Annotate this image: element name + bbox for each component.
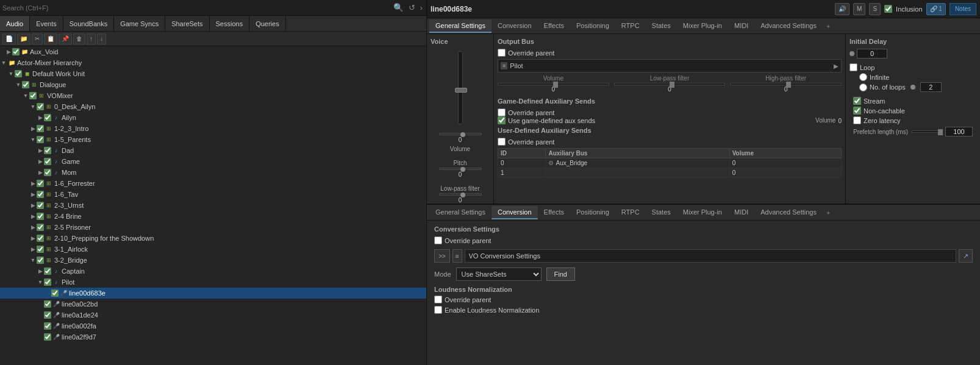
tree-item-vomixer[interactable]: ▼ ⊞ VOMixer bbox=[0, 90, 426, 101]
tree-item-dad[interactable]: ▶ ♪ Dad bbox=[0, 145, 426, 156]
vo-arrow-button[interactable]: >> bbox=[434, 249, 450, 263]
no-of-loops-input[interactable] bbox=[920, 82, 942, 92]
aux-row-0[interactable]: 0 ⚙Aux_Bridge 0 bbox=[498, 158, 842, 168]
tab-rtpc-top[interactable]: RTPC bbox=[615, 19, 646, 33]
loudness-override-checkbox[interactable] bbox=[434, 296, 442, 303]
expand-button[interactable]: › bbox=[419, 3, 424, 12]
tree-item-2-4-brine[interactable]: ▶ ⊞ 2-4 Brine bbox=[0, 211, 426, 222]
toolbar-btn-7[interactable]: ↑ bbox=[87, 34, 96, 44]
tab-advanced-settings-bottom[interactable]: Advanced Settings bbox=[754, 206, 823, 219]
tree-item-line0a002fa[interactable]: 🎤 line0a002fa bbox=[0, 321, 426, 331]
tree-item-0-desk-ailyn[interactable]: ▼ ⊞ 0_Desk_Ailyn bbox=[0, 101, 426, 112]
search-button[interactable]: 🔍 bbox=[392, 3, 405, 12]
aux-row-1[interactable]: 1 0 bbox=[498, 168, 842, 178]
tree-checkbox[interactable] bbox=[44, 114, 51, 121]
output-bus-override-checkbox[interactable] bbox=[498, 49, 506, 57]
tree-item-1-2-3-intro[interactable]: ▶ ⊞ 1-2_3_Intro bbox=[0, 123, 426, 134]
mute-button[interactable]: M bbox=[853, 3, 865, 15]
fader-track[interactable] bbox=[458, 51, 463, 124]
tree-item-2-10-prepping[interactable]: ▶ ⊞ 2-10_Prepping for the Showdown bbox=[0, 233, 426, 244]
tree-checkbox[interactable] bbox=[44, 268, 51, 275]
tree-checkbox[interactable] bbox=[44, 322, 51, 330]
vo-name-input[interactable] bbox=[465, 249, 956, 263]
vo-settings-button[interactable]: ≡ bbox=[452, 249, 462, 263]
tree-checkbox[interactable] bbox=[37, 103, 44, 110]
tree-checkbox[interactable] bbox=[37, 224, 44, 231]
tab-rtpc-bottom[interactable]: RTPC bbox=[615, 206, 646, 219]
tree-checkbox[interactable] bbox=[44, 147, 51, 154]
toolbar-btn-6[interactable]: 🗑 bbox=[73, 34, 85, 44]
tab-sessions[interactable]: Sessions bbox=[210, 16, 250, 31]
volume-slider-thumb[interactable] bbox=[460, 132, 465, 137]
noncachable-checkbox[interactable] bbox=[853, 107, 861, 115]
tree-item-ailyn[interactable]: ▶ ♪ Ailyn bbox=[0, 112, 426, 123]
tab-mixer-plugin-bottom[interactable]: Mixer Plug-in bbox=[677, 206, 728, 219]
tab-gamesyncs[interactable]: Game Syncs bbox=[114, 16, 165, 31]
tab-effects-bottom[interactable]: Effects bbox=[538, 206, 570, 219]
tree-item-mom[interactable]: ▶ ♪ Mom bbox=[0, 167, 426, 178]
tree-item-pilot[interactable]: ▼ ♪ Pilot bbox=[0, 277, 426, 288]
tree-checkbox[interactable] bbox=[15, 70, 22, 77]
refresh-button[interactable]: ↺ bbox=[407, 3, 417, 12]
tree-checkbox[interactable] bbox=[37, 202, 44, 209]
tree-checkbox[interactable] bbox=[44, 158, 51, 165]
enable-loudness-checkbox[interactable] bbox=[434, 306, 442, 314]
tab-queries[interactable]: Queries bbox=[249, 16, 286, 31]
tab-midi-bottom[interactable]: MIDI bbox=[728, 206, 754, 219]
prefetch-slider[interactable] bbox=[912, 130, 942, 133]
hp-slider[interactable] bbox=[730, 83, 842, 85]
search-input[interactable] bbox=[2, 4, 390, 12]
tab-general-settings-bottom[interactable]: General Settings bbox=[429, 206, 492, 219]
tree-item-1-6-tav[interactable]: ▶ ⊞ 1-6_Tav bbox=[0, 189, 426, 200]
solo-button[interactable]: S bbox=[869, 3, 881, 15]
tree-item-line0a2f9d7[interactable]: 🎤 line0a2f9d7 bbox=[0, 331, 426, 342]
lowpass-slider[interactable] bbox=[439, 193, 482, 196]
tree-item-3-2-bridge[interactable]: ▼ ⊞ 3-2_Bridge bbox=[0, 255, 426, 266]
tab-add-bottom[interactable]: + bbox=[823, 207, 834, 219]
tree-item-3-1-airlock[interactable]: ▶ ⊞ 3-1_Airlock bbox=[0, 244, 426, 255]
tab-advanced-settings-top[interactable]: Advanced Settings bbox=[754, 19, 823, 33]
tab-conversion-bottom[interactable]: Conversion bbox=[492, 206, 538, 219]
tab-audio[interactable]: Audio bbox=[0, 16, 30, 31]
tree-item-1-5-parents[interactable]: ▼ ⊞ 1-5_Parents bbox=[0, 134, 426, 145]
toolbar-btn-1[interactable]: 📄 bbox=[2, 34, 16, 44]
fader-thumb[interactable] bbox=[455, 88, 467, 93]
infinite-radio[interactable] bbox=[859, 73, 867, 81]
tree-checkbox[interactable] bbox=[37, 213, 44, 220]
volume-slider[interactable] bbox=[439, 133, 482, 135]
tree-item-line0a1de24[interactable]: 🎤 line0a1de24 bbox=[0, 310, 426, 321]
tab-events[interactable]: Events bbox=[30, 16, 63, 31]
notes-button[interactable]: Notes bbox=[950, 3, 976, 15]
tab-states-bottom[interactable]: States bbox=[646, 206, 677, 219]
toolbar-btn-3[interactable]: ✂ bbox=[32, 34, 43, 44]
tree-checkbox[interactable] bbox=[37, 125, 44, 132]
tree-checkbox[interactable] bbox=[44, 169, 51, 176]
speaker-icon-button[interactable]: 🔊 bbox=[835, 3, 849, 15]
tab-conversion-top[interactable]: Conversion bbox=[492, 19, 538, 33]
tab-effects-top[interactable]: Effects bbox=[538, 19, 570, 33]
tree-checkbox[interactable] bbox=[37, 136, 44, 143]
zero-latency-checkbox[interactable] bbox=[853, 116, 861, 124]
tree-item-actor-mixer[interactable]: ▼ 📁 Actor-Mixer Hierarchy bbox=[0, 57, 426, 68]
pitch-slider-thumb[interactable] bbox=[460, 167, 465, 172]
tree-item-game[interactable]: ▶ ♪ Game bbox=[0, 156, 426, 167]
tree-item-dialogue[interactable]: ▼ ⊞ Dialogue bbox=[0, 79, 426, 90]
tree-checkbox[interactable] bbox=[44, 333, 51, 341]
tree-checkbox[interactable] bbox=[29, 92, 37, 99]
lowpass-slider-thumb[interactable] bbox=[460, 193, 465, 197]
tree-item-2-3-urnst[interactable]: ▶ ⊞ 2-3_Urnst bbox=[0, 200, 426, 211]
tree-checkbox[interactable] bbox=[37, 191, 44, 198]
tree-item-2-5-prisoner[interactable]: ▶ ⊞ 2-5 Prisoner bbox=[0, 222, 426, 233]
tab-soundbanks[interactable]: SoundBanks bbox=[63, 16, 114, 31]
tab-add-top[interactable]: + bbox=[823, 20, 834, 32]
tree-checkbox[interactable] bbox=[44, 300, 51, 308]
tree-checkbox[interactable] bbox=[51, 289, 59, 297]
bus-arrow[interactable]: ▶ bbox=[834, 63, 839, 69]
tree-checkbox[interactable] bbox=[37, 246, 44, 253]
tab-midi-top[interactable]: MIDI bbox=[728, 19, 754, 33]
pitch-slider[interactable] bbox=[439, 168, 482, 170]
tree-checkbox[interactable] bbox=[44, 311, 51, 319]
loop-checkbox[interactable] bbox=[849, 63, 857, 71]
vo-link-button[interactable]: ↗ bbox=[959, 249, 973, 263]
tree-checkbox[interactable] bbox=[44, 278, 51, 286]
